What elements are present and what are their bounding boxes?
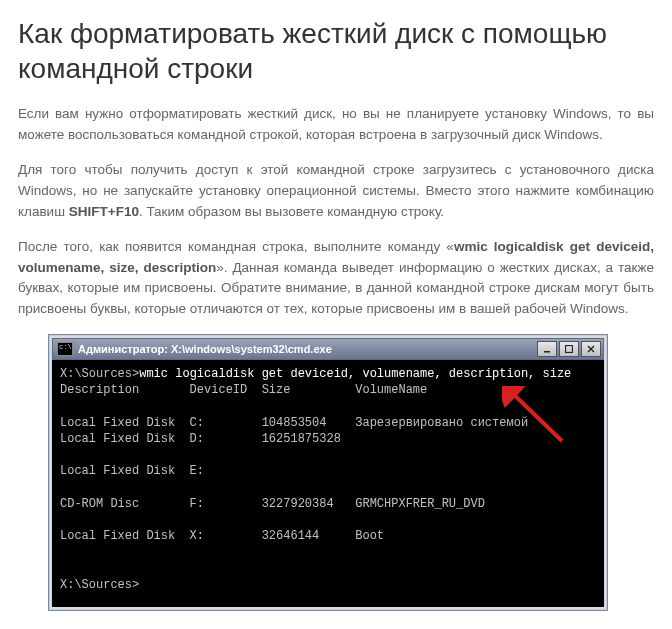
output-row: Local Fixed Disk D: 16251875328 bbox=[60, 432, 341, 446]
window-titlebar: Администратор: X:\windows\system32\cmd.e… bbox=[52, 338, 604, 360]
maximize-button[interactable] bbox=[559, 341, 579, 357]
output-row: Local Fixed Disk C: 104853504 Зарезервир… bbox=[60, 416, 528, 430]
prompt-1: X:\Sources> bbox=[60, 367, 139, 381]
paragraph-1: Если вам нужно отформатировать жесткий д… bbox=[18, 104, 654, 146]
svg-rect-1 bbox=[566, 346, 573, 353]
minimize-button[interactable] bbox=[537, 341, 557, 357]
cmd-window: Администратор: X:\windows\system32\cmd.e… bbox=[48, 334, 608, 611]
prompt-2: X:\Sources> bbox=[60, 578, 139, 592]
article-heading: Как форматировать жесткий диск с помощью… bbox=[18, 16, 654, 86]
output-row: CD-ROM Disc F: 3227920384 GRMCHPXFRER_RU… bbox=[60, 497, 485, 511]
window-title: Администратор: X:\windows\system32\cmd.e… bbox=[78, 343, 537, 355]
output-row: Local Fixed Disk X: 32646144 Boot bbox=[60, 529, 384, 543]
paragraph-2: Для того чтобы получить доступ к этой ко… bbox=[18, 160, 654, 223]
p3-text-a: После того, как появится командная строк… bbox=[18, 239, 454, 254]
entered-command: wmic logicaldisk get deviceid, volumenam… bbox=[139, 367, 571, 381]
svg-rect-0 bbox=[544, 351, 550, 353]
output-row: Local Fixed Disk E: bbox=[60, 464, 204, 478]
paragraph-3: После того, как появится командная строк… bbox=[18, 237, 654, 321]
cmd-icon bbox=[57, 342, 73, 356]
console-output: X:\Sources>wmic logicaldisk get deviceid… bbox=[52, 360, 604, 607]
p2-text-b: . Таким образом вы вызовете командную ст… bbox=[139, 204, 444, 219]
close-button[interactable] bbox=[581, 341, 601, 357]
window-controls bbox=[537, 341, 603, 357]
output-header: Description DeviceID Size VolumeName bbox=[60, 383, 427, 397]
p2-shortcut: SHIFT+F10 bbox=[69, 204, 139, 219]
